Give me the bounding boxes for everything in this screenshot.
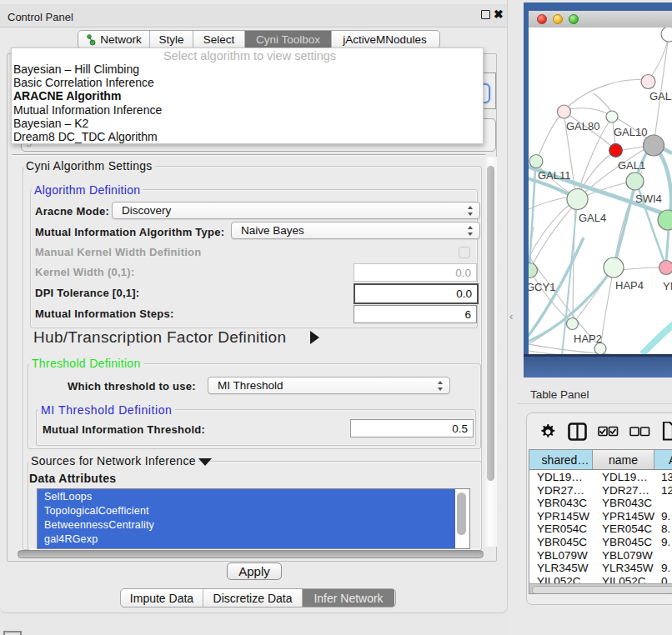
svg-text:GCY1: GCY1 (529, 281, 555, 293)
svg-text:GAL80: GAL80 (566, 120, 599, 132)
svg-text:SWI4: SWI4 (635, 192, 662, 205)
svg-text:HAP4: HAP4 (615, 279, 644, 292)
svg-text:GAL11: GAL11 (538, 169, 571, 182)
svg-text:GAL2: GAL2 (649, 90, 672, 102)
svg-text:GAL1: GAL1 (618, 159, 645, 172)
svg-text:GAL10: GAL10 (614, 126, 647, 138)
svg-text:HAP2: HAP2 (574, 332, 602, 345)
svg-text:GAL4: GAL4 (579, 212, 606, 224)
svg-text:YM: YM (663, 280, 672, 292)
